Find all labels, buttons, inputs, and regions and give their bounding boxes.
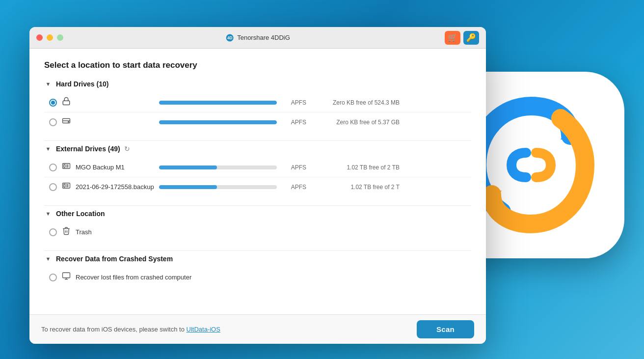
ultdata-ios-link[interactable]: UltData-iOS (187, 326, 220, 333)
drive-bar-ext1 (159, 166, 277, 169)
key-button[interactable]: 🔑 (463, 31, 479, 45)
external-drives-header: ▼ External Drives (49) ↻ (44, 145, 471, 153)
crashed-system-toggle[interactable]: ▼ (44, 255, 52, 263)
external-drives-toggle[interactable]: ▼ (44, 145, 52, 153)
key-icon: 🔑 (466, 33, 476, 42)
divider (44, 205, 471, 206)
radio-ext2[interactable] (49, 183, 57, 191)
refresh-icon[interactable]: ↻ (124, 145, 130, 153)
drive-fill-ext1 (159, 166, 217, 169)
traffic-lights (36, 34, 63, 41)
hard-drives-title: Hard Drives (10) (56, 80, 108, 88)
drive-fs-hd2: APFS (282, 119, 306, 126)
radio-hd2[interactable] (49, 118, 57, 126)
drive-item[interactable]: APFS Zero KB free of 5.37 GB (44, 112, 471, 132)
window-title: Tenorshare 4DDiG (237, 34, 290, 41)
drive-space-hd2: Zero KB free of 5.37 GB (311, 119, 400, 126)
drive-name-crashed: Recover lost files from crashed computer (76, 274, 471, 281)
titlebar: 4D Tenorshare 4DDiG 🛒 🔑 (29, 27, 486, 49)
hard-drives-header: ▼ Hard Drives (10) (44, 80, 471, 88)
trash-icon (62, 226, 71, 238)
crashed-system-section: ▼ Recover Data from Crashed System Recov… (44, 255, 471, 287)
drive-name-ext2: 2021-06-29-172558.backup (76, 183, 154, 191)
drive-space-ext2: 1.02 TB free of 2 T (311, 184, 400, 191)
drive-fill-hd2 (159, 120, 277, 124)
svg-rect-12 (64, 184, 65, 187)
drive-bar-hd2 (159, 120, 277, 124)
main-window: 4D Tenorshare 4DDiG 🛒 🔑 Select a locatio… (29, 27, 486, 344)
drive-fs-ext2: APFS (282, 184, 306, 191)
svg-rect-16 (63, 273, 70, 278)
page-title: Select a location to start data recovery (44, 60, 471, 70)
hard-drives-section: ▼ Hard Drives (10) APFS Zero KB f (44, 80, 471, 132)
radio-ext1[interactable] (49, 164, 57, 171)
other-location-header: ▼ Other Location (44, 210, 471, 218)
radio-trash[interactable] (49, 228, 57, 236)
app-logo-icon: 4D (225, 33, 234, 42)
crashed-system-title: Recover Data from Crashed System (56, 255, 173, 263)
lock-icon (62, 97, 71, 108)
drive-item[interactable]: MGO Backup M1 APFS 1.02 TB free of 2 TB (44, 158, 471, 177)
drive-fs-ext1: APFS (282, 164, 306, 171)
divider (44, 140, 471, 141)
drive-space-hd1: Zero KB free of 524.3 MB (311, 99, 400, 106)
drive-bar-hd1 (159, 101, 277, 105)
titlebar-center: 4D Tenorshare 4DDiG (225, 33, 290, 42)
footer: To recover data from iOS devices, please… (29, 314, 486, 344)
footer-text: To recover data from iOS devices, please… (41, 326, 412, 333)
radio-hd1[interactable] (49, 99, 57, 107)
external-drives-title: External Drives (49) (56, 145, 120, 153)
scan-button[interactable]: Scan (417, 320, 474, 338)
svg-text:4D: 4D (227, 36, 233, 40)
other-location-section: ▼ Other Location Trash (44, 210, 471, 242)
close-button[interactable] (36, 34, 43, 41)
drive-item[interactable]: 2021-06-29-172558.backup APFS 1.02 TB fr… (44, 177, 471, 196)
external-drive-icon (62, 181, 71, 193)
divider (44, 250, 471, 251)
svg-rect-7 (64, 165, 65, 167)
external-drive-icon (62, 162, 71, 173)
minimize-button[interactable] (47, 34, 53, 41)
drive-bar-ext2 (159, 185, 277, 189)
footer-text-before: To recover data from iOS devices, please… (41, 326, 187, 333)
radio-crashed[interactable] (49, 274, 57, 281)
svg-point-5 (68, 122, 69, 123)
hard-drives-toggle[interactable]: ▼ (44, 80, 52, 88)
drive-space-ext1: 1.02 TB free of 2 TB (311, 164, 400, 171)
external-drives-section: ▼ External Drives (49) ↻ MGO Backup M1 (44, 145, 471, 196)
maximize-button[interactable] (57, 34, 63, 41)
drive-icon (62, 116, 71, 128)
drive-fill-ext2 (159, 185, 217, 189)
other-location-title: Other Location (56, 210, 105, 218)
cart-button[interactable]: 🛒 (445, 31, 460, 45)
drive-name-trash: Trash (76, 228, 154, 236)
cart-icon: 🛒 (448, 33, 457, 42)
drive-fs-hd1: APFS (282, 99, 306, 106)
svg-rect-2 (63, 101, 70, 105)
drive-name-ext1: MGO Backup M1 (76, 164, 154, 171)
other-location-toggle[interactable]: ▼ (44, 210, 52, 218)
drive-item[interactable]: APFS Zero KB free of 524.3 MB (44, 93, 471, 112)
drive-item[interactable]: Recover lost files from crashed computer (44, 268, 471, 287)
drive-fill-hd1 (159, 101, 277, 105)
content-area: Select a location to start data recovery… (29, 49, 486, 314)
crashed-system-header: ▼ Recover Data from Crashed System (44, 255, 471, 263)
drive-item[interactable]: Trash (44, 222, 471, 242)
monitor-icon (62, 272, 71, 283)
titlebar-actions: 🛒 🔑 (445, 31, 479, 45)
